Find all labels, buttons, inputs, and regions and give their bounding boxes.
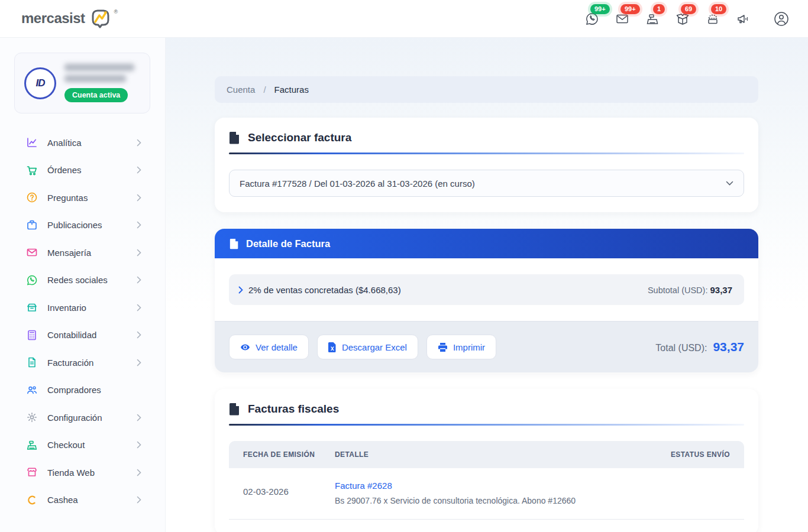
view-detail-button[interactable]: Ver detalle	[229, 335, 309, 359]
printer-icon	[438, 342, 448, 352]
print-label: Imprimir	[453, 342, 485, 352]
column-fecha-emision: Fecha de emisión	[243, 450, 335, 459]
invoice-detail-title: Detalle de Factura	[246, 238, 330, 249]
drawer-notifications-button[interactable]: 10	[705, 11, 720, 27]
brand-name: mercasist	[21, 7, 85, 30]
invoice-detail-card: Detalle de Factura 2% de ventas concreta…	[215, 229, 758, 372]
account-status-badge: Cuenta activa	[64, 88, 128, 102]
chevron-right-icon	[137, 249, 141, 257]
account-avatar: ID	[24, 67, 56, 99]
print-button[interactable]: Imprimir	[426, 335, 496, 359]
invoice-detail-footer: Ver detalle Descargar Excel Imprimir	[215, 321, 758, 372]
sidebar-item-cashea[interactable]: Cashea	[0, 486, 165, 514]
sidebar-item-label: Facturación	[47, 358, 137, 368]
invoice-detail-header: Detalle de Factura	[215, 229, 758, 258]
sidebar-item-label: Preguntas	[47, 193, 137, 203]
invoice-document-icon	[26, 356, 38, 368]
brand-logo-icon	[88, 7, 113, 31]
invoice-select-value: Factura #177528 / Del 01-03-2026 al 31-0…	[240, 179, 475, 189]
whatsapp-icon	[26, 274, 38, 286]
breadcrumb-facturas: Facturas	[274, 85, 309, 95]
sidebar-item-label: Analítica	[47, 138, 137, 148]
sidebar-item-label: Publicaciones	[47, 220, 137, 230]
announcements-button[interactable]	[735, 11, 751, 27]
profile-button[interactable]	[774, 11, 789, 27]
messages-notifications-button[interactable]: 99+	[615, 11, 630, 27]
redacted-company-id	[64, 75, 126, 82]
users-icon	[26, 384, 38, 396]
line-item-subtotal: Subtotal (USD):93,37	[648, 285, 732, 295]
sidebar-item-redes-sociales[interactable]: Redes sociales	[0, 267, 165, 294]
sidebar-nav: Analítica Órdenes	[0, 124, 165, 514]
document-icon	[229, 131, 240, 144]
calculator-icon	[26, 329, 38, 341]
package-badge: 69	[681, 4, 696, 14]
breadcrumb-cuenta[interactable]: Cuenta	[227, 85, 255, 95]
cart-icon	[26, 164, 38, 176]
orders-notifications-button[interactable]: 69	[675, 11, 690, 27]
pdf-document-icon	[229, 403, 240, 416]
user-circle-icon	[773, 11, 790, 27]
whatsapp-notifications-button[interactable]: 99+	[584, 11, 600, 27]
invoice-description: Bs 29007.76 x Servicio de consultoria te…	[335, 496, 635, 505]
invoice-select[interactable]: Factura #177528 / Del 01-03-2026 al 31-0…	[229, 170, 744, 197]
sidebar-item-label: Cashea	[47, 495, 137, 505]
sidebar-item-label: Órdenes	[47, 165, 137, 175]
sidebar-item-compradores[interactable]: Compradores	[0, 377, 165, 404]
sidebar-item-analitica[interactable]: Analítica	[0, 129, 165, 157]
sidebar-item-configuracion[interactable]: Configuración	[0, 404, 165, 432]
sidebar-item-label: Inventario	[47, 303, 137, 313]
download-excel-button[interactable]: Descargar Excel	[317, 335, 418, 359]
sidebar-item-tienda-web[interactable]: Tienda Web	[0, 459, 165, 486]
sidebar-item-ordenes[interactable]: Órdenes	[0, 157, 165, 184]
sidebar-item-publicaciones[interactable]: Publicaciones	[0, 212, 165, 239]
chevron-right-icon	[137, 166, 141, 174]
checkout-notifications-button[interactable]: 1	[645, 11, 660, 27]
sidebar-item-label: Configuración	[47, 413, 137, 423]
sidebar-item-checkout[interactable]: Checkout	[0, 432, 165, 459]
chevron-right-icon	[137, 304, 141, 312]
invoice-status	[635, 481, 730, 505]
cashea-icon	[26, 494, 38, 506]
sidebar-item-contabilidad[interactable]: Contabilidad	[0, 322, 165, 349]
sidebar-item-mensajeria[interactable]: Mensajería	[0, 239, 165, 267]
line-item-label: 2% de ventas concretadas ($4.668,63)	[248, 285, 401, 295]
chevron-right-icon	[137, 496, 141, 504]
analytics-icon	[26, 137, 38, 148]
chevron-right-icon	[137, 194, 141, 202]
sidebar-item-label: Tienda Web	[47, 468, 137, 478]
box-icon	[26, 219, 38, 231]
excel-file-icon	[328, 342, 337, 352]
view-detail-label: Ver detalle	[256, 342, 298, 352]
shelf-icon	[26, 301, 38, 313]
chevron-right-icon	[137, 414, 141, 421]
title-underline	[229, 424, 744, 426]
total-label: Total (USD):	[655, 343, 707, 353]
select-invoice-card: Seleccionar factura Factura #177528 / De…	[215, 118, 758, 212]
chevron-right-icon	[137, 276, 141, 284]
subtotal-label: Subtotal (USD):	[648, 286, 708, 295]
fiscal-invoices-table: Fecha de emisión Detalle Estatus envío 0…	[229, 441, 744, 520]
chevron-right-icon	[137, 139, 141, 147]
top-bar: mercasist ® 99+	[0, 0, 808, 38]
sidebar-item-label: Contabilidad	[47, 330, 137, 340]
invoice-link[interactable]: Factura #2628	[335, 481, 392, 491]
megaphone-icon	[736, 12, 750, 26]
cash-register-badge: 1	[653, 4, 665, 14]
expand-chevron-icon[interactable]	[238, 286, 243, 294]
gear-icon	[26, 411, 38, 423]
table-header-row: Fecha de emisión Detalle Estatus envío	[229, 441, 744, 468]
sidebar-item-facturacion[interactable]: Facturación	[0, 349, 165, 377]
sidebar-item-label: Redes sociales	[47, 275, 137, 285]
breadcrumb: Cuenta / Facturas	[215, 76, 758, 103]
brand-logo[interactable]: mercasist ®	[21, 7, 118, 31]
question-circle-icon	[26, 192, 38, 203]
cash-drawer-badge: 10	[711, 4, 726, 14]
account-card[interactable]: ID Cuenta activa	[14, 53, 150, 113]
sidebar-item-preguntas[interactable]: Preguntas	[0, 184, 165, 212]
table-row: 02-03-2026 Factura #2628 Bs 29007.76 x S…	[229, 468, 744, 520]
sidebar-item-inventario[interactable]: Inventario	[0, 294, 165, 322]
whatsapp-badge: 99+	[590, 4, 610, 14]
subtotal-value: 93,37	[710, 285, 732, 295]
brand-trademark: ®	[114, 9, 118, 15]
